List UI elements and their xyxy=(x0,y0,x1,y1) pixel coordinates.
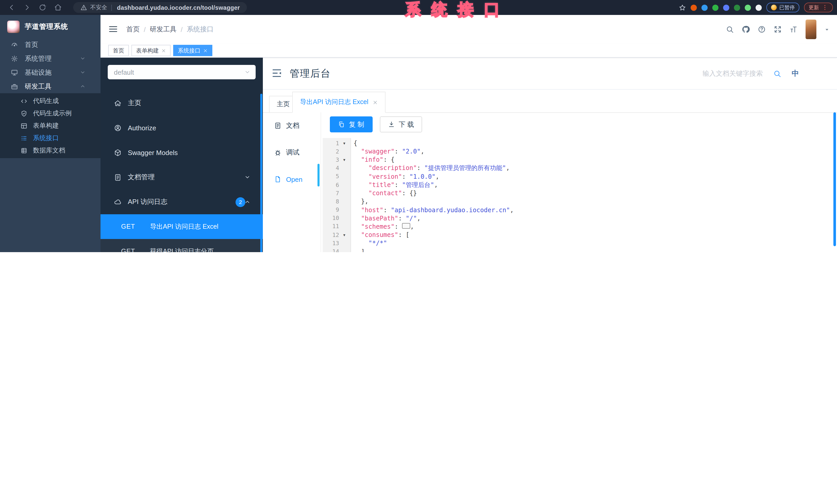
form-icon xyxy=(21,122,27,129)
avatar-caret-icon[interactable] xyxy=(824,26,830,32)
help-icon[interactable] xyxy=(758,25,766,34)
extension-leaf[interactable] xyxy=(745,4,751,11)
line-number: 11 xyxy=(323,223,339,230)
insecure-warning-icon xyxy=(81,4,87,11)
doc-search-input[interactable]: 输入文档关键字搜索 xyxy=(702,69,763,78)
code-text: "title": "管理后台", xyxy=(350,181,438,189)
download-button[interactable]: 下 载 xyxy=(379,116,422,132)
api-menu-label: Swagger Models xyxy=(128,149,178,156)
fold-arrow-icon[interactable]: ▾ xyxy=(339,141,350,146)
doc-header: 管理后台 输入文档关键字搜索 中 xyxy=(263,58,837,90)
api-sidebar-scrollbar[interactable] xyxy=(260,94,262,252)
paused-badge[interactable]: 已暂停 xyxy=(766,3,799,12)
doc-tab-label: 主页 xyxy=(277,100,290,109)
fullscreen-icon[interactable] xyxy=(773,25,782,34)
search-icon[interactable] xyxy=(726,25,734,34)
table-icon xyxy=(21,147,27,154)
page-scrollbar[interactable] xyxy=(833,112,836,246)
code-line: 14 ], xyxy=(323,247,837,252)
sidebar-subitem-3[interactable]: 系统接口 xyxy=(0,132,101,144)
extension-orange[interactable] xyxy=(691,4,697,11)
browser-reload-icon[interactable] xyxy=(39,4,47,11)
breadcrumb-item[interactable]: 首页 xyxy=(126,25,140,34)
api-group-select[interactable]: default xyxy=(108,65,256,79)
tag-表单构建[interactable]: 表单构建 xyxy=(131,45,171,56)
side-tab-label: Open xyxy=(286,175,303,183)
font-size-icon[interactable] xyxy=(789,25,798,34)
sidebar-item-2[interactable]: 基础设施 xyxy=(0,66,101,79)
logo-row[interactable]: 芋道管理系统 xyxy=(0,15,101,36)
user-avatar[interactable] xyxy=(805,20,816,39)
extension-green-dark[interactable] xyxy=(734,4,740,11)
copy-button[interactable]: 复 制 xyxy=(330,116,372,132)
line-number: 9 xyxy=(323,207,339,213)
sidebar-item-1[interactable]: 系统管理 xyxy=(0,52,101,66)
chevron-up-icon xyxy=(80,83,86,89)
code-text: "basePath": "/", xyxy=(350,215,421,222)
doc-search-icon[interactable] xyxy=(773,69,781,77)
api-operation-item-4-0[interactable]: GET导出API 访问日志 Excel xyxy=(101,214,263,239)
api-menu-label: Authorize xyxy=(128,124,156,132)
sidebar-subitem-4[interactable]: 数据库文档 xyxy=(0,144,101,156)
language-toggle[interactable]: 中 xyxy=(791,69,799,78)
api-menu-item-3[interactable]: 文档管理 xyxy=(101,165,263,189)
address-bar[interactable]: 不安全 dashboard.yudao.iocoder.cn/tool/swag… xyxy=(73,2,247,13)
swagger-json-editor[interactable]: 1▾{2 "swagger": "2.0",3▾ "info": {4 "des… xyxy=(321,138,837,252)
extension-blue-drop[interactable] xyxy=(701,4,708,11)
line-number: 13 xyxy=(323,240,339,247)
code-line: 2 "swagger": "2.0", xyxy=(323,147,837,155)
doc-side-tabs: 文档调试Open xyxy=(263,112,321,252)
navbar-actions xyxy=(726,15,830,44)
sidebar-item-0[interactable]: 首页 xyxy=(0,38,101,52)
api-operation-item-4-1[interactable]: GET获得API 访问日志分页 xyxy=(101,239,263,252)
bookmark-star-icon[interactable] xyxy=(679,4,686,11)
api-doc-main: 管理后台 输入文档关键字搜索 中 主页导出API 访问日志 Excel 文档调试… xyxy=(263,58,837,252)
sidebar-item-3[interactable]: 研发工具 xyxy=(0,79,101,93)
hamburger-icon[interactable] xyxy=(108,24,118,34)
download-icon xyxy=(388,121,394,128)
github-icon[interactable] xyxy=(742,25,750,34)
tag-首页[interactable]: 首页 xyxy=(108,45,129,56)
api-menu-item-4[interactable]: API 访问日志2 xyxy=(101,189,263,214)
api-menu-item-1[interactable]: Authorize xyxy=(101,115,263,140)
api-menu-label: 文档管理 xyxy=(128,172,155,182)
browser-menu-icon[interactable] xyxy=(821,4,828,11)
download-label: 下 载 xyxy=(399,120,414,129)
side-tab-文档[interactable]: 文档 xyxy=(263,112,321,139)
extension-puzzle-blue[interactable] xyxy=(723,4,729,11)
code-line: 11 "schemes": , xyxy=(323,223,837,231)
side-tab-Open[interactable]: Open xyxy=(263,166,321,193)
extension-green-check[interactable] xyxy=(712,4,718,11)
api-menu-item-2[interactable]: Swagger Models xyxy=(101,140,263,165)
sidebar-subitem-1[interactable]: 代码生成示例 xyxy=(0,107,101,119)
browser-back-icon[interactable] xyxy=(8,4,16,11)
api-menu-item-0[interactable]: 主页 xyxy=(101,91,263,115)
fold-arrow-icon[interactable]: ▾ xyxy=(339,157,350,162)
folded-array-box[interactable] xyxy=(402,223,410,229)
fold-arrow-icon[interactable]: ▾ xyxy=(339,232,350,237)
browser-home-icon[interactable] xyxy=(54,4,62,11)
code-text: "schemes": , xyxy=(350,223,414,230)
tag-label: 首页 xyxy=(113,46,124,54)
browser-forward-icon[interactable] xyxy=(23,4,31,11)
side-tab-调试[interactable]: 调试 xyxy=(263,139,321,166)
collapse-sidebar-icon[interactable] xyxy=(271,68,282,79)
chevron-up-icon xyxy=(244,199,250,205)
side-tabs-scrollbar[interactable] xyxy=(318,164,320,186)
extension-white-star[interactable] xyxy=(755,4,762,11)
close-icon[interactable] xyxy=(203,48,208,53)
tag-系统接口[interactable]: 系统接口 xyxy=(173,45,212,56)
sidebar-submenu: 代码生成代码生成示例表单构建系统接口数据库文档 xyxy=(0,93,101,158)
extension-icons xyxy=(691,4,762,11)
doc-body: 文档调试Open 复 制 下 载 1▾{2 "swagger": "2.0",3… xyxy=(263,112,837,252)
breadcrumb-item[interactable]: 研发工具 xyxy=(150,25,177,34)
copy-icon xyxy=(338,121,345,128)
update-button[interactable]: 更新 xyxy=(804,3,833,12)
line-number: 6 xyxy=(323,182,339,188)
close-icon[interactable] xyxy=(161,48,166,53)
sidebar-subitem-0[interactable]: 代码生成 xyxy=(0,95,101,107)
sidebar-subitem-2[interactable]: 表单构建 xyxy=(0,119,101,132)
api-operation-label: 导出API 访问日志 Excel xyxy=(150,222,218,231)
doc-tab-1[interactable]: 导出API 访问日志 Excel xyxy=(292,92,385,113)
close-icon[interactable] xyxy=(372,100,377,105)
